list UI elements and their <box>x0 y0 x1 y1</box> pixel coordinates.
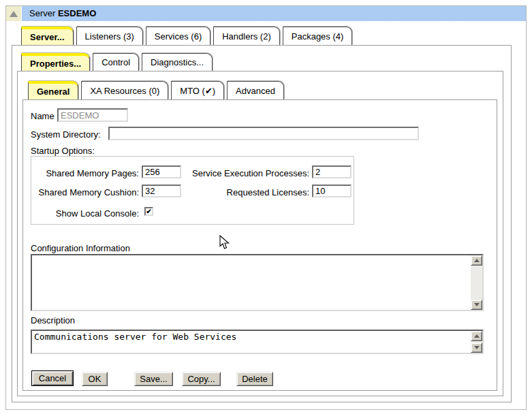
tabrow-properties: Properties... Control Diagnostics... <box>21 53 215 71</box>
shared-memory-cushion-label: Shared Memory Cushion: <box>37 187 139 197</box>
description-label: Description <box>31 315 75 325</box>
arrow-up-icon <box>474 259 480 262</box>
cancel-button[interactable]: Cancel <box>31 370 74 386</box>
requested-licenses-label: Requested Licenses: <box>180 187 309 197</box>
tab-diagnostics[interactable]: Diagnostics... <box>142 53 213 71</box>
name-label: Name <box>31 111 54 121</box>
triangle-up-icon <box>10 11 18 17</box>
shared-memory-pages-label: Shared Memory Pages: <box>37 168 139 178</box>
tabrow-general: General XA Resources (0) MTO (✔) Advance… <box>28 81 287 99</box>
configuration-information-label: Configuration Information <box>31 243 130 253</box>
service-execution-processes-input[interactable] <box>312 165 351 178</box>
tab-packages[interactable]: Packages (4) <box>283 27 353 45</box>
show-local-console-checkbox[interactable]: ✔ <box>144 207 153 216</box>
copy-button[interactable]: Copy... <box>182 372 221 386</box>
shared-memory-cushion-input[interactable] <box>142 185 181 197</box>
tab-listeners[interactable]: Listeners (3) <box>76 27 143 45</box>
service-execution-processes-label: Service Execution Processes: <box>180 168 309 178</box>
scroll-down-button[interactable] <box>471 343 482 353</box>
configuration-information-field <box>31 254 484 311</box>
scroll-up-button[interactable] <box>471 331 482 341</box>
show-local-console-label: Show Local Console: <box>37 208 139 219</box>
startup-options-label: Startup Options: <box>31 146 95 156</box>
arrow-down-icon <box>474 346 480 349</box>
configuration-information-textarea[interactable] <box>32 255 471 310</box>
header-title: Server ESDEMO <box>22 6 526 21</box>
description-textarea[interactable]: Communications server for Web Services <box>32 331 471 353</box>
tab-handlers[interactable]: Handlers (2) <box>213 27 280 45</box>
scroll-track[interactable] <box>471 266 482 300</box>
tab-properties[interactable]: Properties... <box>21 53 90 71</box>
description-field: Communications server for Web Services <box>31 330 484 354</box>
tabrow-server: Server... Listeners (3) Services (6) Han… <box>21 27 355 45</box>
tab-mto[interactable]: MTO (✔) <box>171 81 224 99</box>
description-scrollbar[interactable] <box>471 331 482 353</box>
system-directory-label: System Directory: <box>31 129 101 140</box>
arrow-down-icon <box>474 303 480 306</box>
header-title-prefix: Server <box>29 8 55 18</box>
tab-control[interactable]: Control <box>93 53 139 71</box>
shared-memory-pages-input[interactable] <box>142 165 181 178</box>
save-button[interactable]: Save... <box>134 372 173 386</box>
scroll-up-button[interactable] <box>471 255 482 266</box>
tab-server[interactable]: Server... <box>21 27 74 45</box>
delete-button[interactable]: Delete <box>236 372 273 386</box>
startup-options-groupbox: Shared Memory Pages: Service Execution P… <box>31 156 354 225</box>
tab-general[interactable]: General <box>28 81 78 99</box>
arrow-up-icon <box>474 334 480 338</box>
scroll-down-button[interactable] <box>471 300 482 310</box>
general-panel: Name System Directory: Startup Options: … <box>22 99 497 391</box>
server-name: ESDEMO <box>58 8 96 18</box>
requested-licenses-input[interactable] <box>312 185 351 197</box>
properties-panel: General XA Resources (0) MTO (✔) Advance… <box>17 71 503 396</box>
app-window: Server ESDEMO Server... Listeners (3) Se… <box>5 5 527 410</box>
server-panel: Properties... Control Diagnostics... Gen… <box>12 45 512 402</box>
collapse-icon-box[interactable] <box>6 6 21 21</box>
tab-services[interactable]: Services (6) <box>146 27 210 45</box>
tab-xa-resources[interactable]: XA Resources (0) <box>81 81 168 99</box>
system-directory-input[interactable] <box>108 127 419 140</box>
ok-button[interactable]: OK <box>82 372 108 386</box>
tab-advanced[interactable]: Advanced <box>227 81 284 99</box>
name-input <box>57 108 128 122</box>
configuration-information-scrollbar[interactable] <box>471 255 482 310</box>
